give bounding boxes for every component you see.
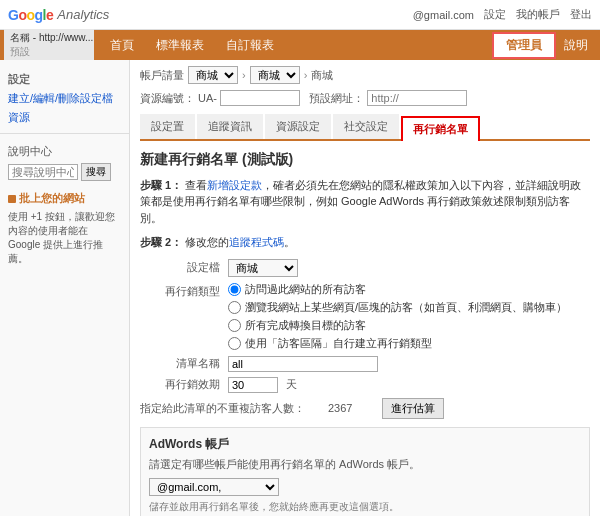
tab-settings[interactable]: 設定置 — [140, 114, 195, 139]
adwords-title: AdWords 帳戶 — [149, 436, 581, 453]
remarketing-days-input[interactable] — [228, 377, 278, 393]
radio-all-label: 訪問過此網站的所有訪客 — [245, 282, 366, 297]
breadcrumb-level1-select[interactable]: 商城 — [188, 66, 238, 84]
nav-site-label[interactable]: 名稱 - http://www... 預設 — [4, 29, 94, 61]
header: Google Analytics @gmail.com 設定 我的帳戶 登出 — [0, 0, 600, 30]
user-email: @gmail.com — [413, 9, 474, 21]
tracking-id-input[interactable] — [220, 90, 300, 106]
adwords-select-row: @gmail.com, — [149, 478, 581, 496]
breadcrumb-arrow2: › — [304, 69, 308, 81]
calc-button[interactable]: 進行估算 — [382, 398, 444, 419]
sidebar: 設定 建立/編輯/刪除設定檔 資源 說明中心 搜尋 批上您的網站 使用 +1 按… — [0, 60, 130, 516]
adwords-desc: 請選定有哪些帳戶能使用再行銷名單的 AdWords 帳戶。 — [149, 457, 581, 472]
profile-row: 設定檔 商城 — [140, 259, 590, 277]
admin-button[interactable]: 管理員 — [492, 32, 556, 59]
step2-text: 步驟 2： 修改您的追蹤程式碼。 — [140, 234, 590, 251]
nav-standard-reports[interactable]: 標準報表 — [146, 33, 214, 58]
sidebar-search-box: 搜尋 — [0, 161, 129, 183]
remarketing-days-row: 再行銷效期 天 — [140, 377, 590, 393]
radio-specific-label: 瀏覽我網站上某些網頁/區塊的訪客（如首頁、利潤網頁、購物車） — [245, 300, 567, 315]
estimated-row: 指定給此清單的不重複訪客人數： 2367 進行估算 — [140, 398, 590, 419]
bullet-icon — [8, 195, 16, 203]
main-layout: 設定 建立/編輯/刪除設定檔 資源 說明中心 搜尋 批上您的網站 使用 +1 按… — [0, 60, 600, 516]
nav-home[interactable]: 首頁 — [100, 33, 144, 58]
radio-all-input[interactable] — [228, 283, 241, 296]
adwords-account-select[interactable]: @gmail.com, — [149, 478, 279, 496]
radio-all-visitors[interactable]: 訪問過此網站的所有訪客 — [228, 282, 567, 297]
sidebar-settings-title: 設定 — [0, 68, 129, 89]
radio-group: 訪問過此網站的所有訪客 瀏覽我網站上某些網頁/區塊的訪客（如首頁、利潤網頁、購物… — [228, 282, 567, 351]
sidebar-search-button[interactable]: 搜尋 — [81, 163, 111, 181]
radio-specific-input[interactable] — [228, 301, 241, 314]
tab-resource-settings[interactable]: 資源設定 — [265, 114, 331, 139]
radio-custom-label: 使用「訪客區隔」自行建立再行銷類型 — [245, 336, 432, 351]
type-row: 再行銷類型 訪問過此網站的所有訪客 瀏覽我網站上某些網頁/區塊的訪客（如首頁、利… — [140, 282, 590, 351]
list-name-row: 清單名稱 — [140, 356, 590, 372]
tracking-url-label: 預設網址： — [309, 92, 364, 104]
help-button[interactable]: 說明 — [556, 34, 596, 57]
radio-custom-input[interactable] — [228, 337, 241, 350]
nav-site-name: 名稱 - http://www... — [10, 31, 88, 45]
step1-link1[interactable]: 新增設定款 — [207, 179, 262, 191]
sidebar-help-center-title: 說明中心 — [0, 140, 129, 161]
estimated-count: 2367 — [328, 402, 368, 414]
logo-area: Google Analytics — [8, 7, 109, 23]
tab-tracking-info[interactable]: 追蹤資訊 — [197, 114, 263, 139]
sidebar-nav-group: 批上您的網站 使用 +1 按鈕，讓歡迎您內容的使用者能在 Google 提供上進… — [0, 189, 129, 268]
tab-social-settings[interactable]: 社交設定 — [333, 114, 399, 139]
header-right: @gmail.com 設定 我的帳戶 登出 — [413, 7, 592, 22]
breadcrumb-level3: 商城 — [311, 68, 333, 83]
sidebar-resources[interactable]: 資源 — [0, 108, 129, 127]
breadcrumb: 帳戶請量 商城 › 商城 › 商城 — [140, 66, 590, 84]
profile-label: 設定檔 — [140, 260, 220, 275]
sidebar-nav-group-label: 批上您的網站 — [19, 191, 85, 206]
tracking-url-input[interactable] — [367, 90, 467, 106]
logout-link[interactable]: 登出 — [570, 7, 592, 22]
nav-site-sub: 預設 — [10, 45, 88, 59]
tabs-row: 設定置 追蹤資訊 資源設定 社交設定 再行銷名單 — [140, 114, 590, 141]
step2-link[interactable]: 追蹤程式碼 — [229, 236, 284, 248]
navbar: 名稱 - http://www... 預設 首頁 標準報表 自訂報表 管理員 說… — [0, 30, 600, 60]
breadcrumb-arrow1: › — [242, 69, 246, 81]
settings-link[interactable]: 設定 — [484, 7, 506, 22]
estimated-label: 指定給此清單的不重複訪客人數： — [140, 401, 320, 416]
remarketing-days-label: 再行銷效期 — [140, 377, 220, 392]
tracking-id-prefix: UA- — [198, 92, 217, 104]
radio-converted-input[interactable] — [228, 319, 241, 332]
tab-remarketing[interactable]: 再行銷名單 — [401, 116, 480, 141]
content-area: 帳戶請量 商城 › 商城 › 商城 資源編號： UA- 預設網址： 設定置 追蹤… — [130, 60, 600, 516]
sidebar-search-input[interactable] — [8, 164, 78, 180]
step1-text: 步驟 1： 查看新增設定款，確者必須先在您網站的隱私權政策加入以下內容，並詳細說… — [140, 177, 590, 227]
breadcrumb-level1: 帳戶請量 — [140, 68, 184, 83]
nav-custom-reports[interactable]: 自訂報表 — [216, 33, 284, 58]
sidebar-nav-hint: 使用 +1 按鈕，讓歡迎您內容的使用者能在 Google 提供上進行推薦。 — [0, 208, 129, 268]
sidebar-nav-header: 批上您的網站 — [0, 189, 129, 208]
adwords-note: 儲存並啟用再行銷名單後，您就始終應再更改這個選項。 — [149, 500, 581, 514]
radio-custom[interactable]: 使用「訪客區隔」自行建立再行銷類型 — [228, 336, 567, 351]
radio-converted-label: 所有完成轉換目標的訪客 — [245, 318, 366, 333]
resource-info: 資源編號： UA- 預設網址： — [140, 90, 590, 108]
my-account-link[interactable]: 我的帳戶 — [516, 7, 560, 22]
adwords-section: AdWords 帳戶 請選定有哪些帳戶能使用再行銷名單的 AdWords 帳戶。… — [140, 427, 590, 516]
list-name-input[interactable] — [228, 356, 378, 372]
analytics-logo-text: Analytics — [57, 7, 109, 22]
profile-select[interactable]: 商城 — [228, 259, 298, 277]
breadcrumb-level2-select[interactable]: 商城 — [250, 66, 300, 84]
days-label: 天 — [286, 377, 297, 392]
list-name-label: 清單名稱 — [140, 356, 220, 371]
radio-specific-pages[interactable]: 瀏覽我網站上某些網頁/區塊的訪客（如首頁、利潤網頁、購物車） — [228, 300, 567, 315]
nav-items: 首頁 標準報表 自訂報表 — [100, 33, 488, 58]
type-label: 再行銷類型 — [140, 282, 220, 299]
tracking-id-label: 資源編號： — [140, 92, 195, 104]
form-title: 新建再行銷名單 (測試版) — [140, 151, 590, 169]
sidebar-create-filter[interactable]: 建立/編輯/刪除設定檔 — [0, 89, 129, 108]
google-logo: Google — [8, 7, 53, 23]
radio-converted[interactable]: 所有完成轉換目標的訪客 — [228, 318, 567, 333]
